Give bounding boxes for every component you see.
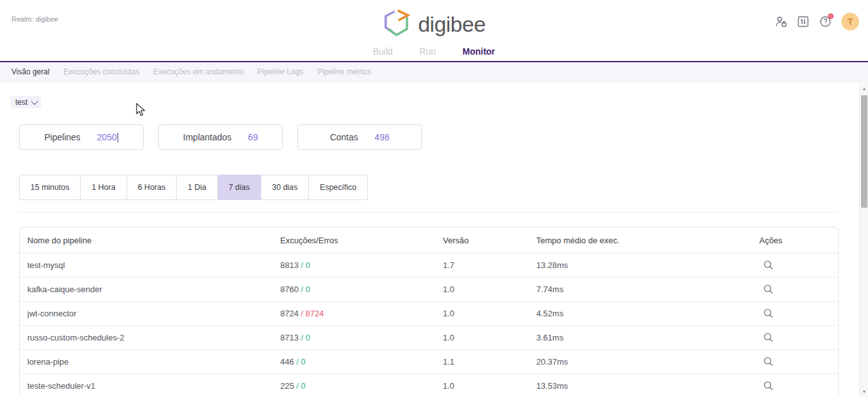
pipeline-name: russo-custom-schedules-2 — [27, 333, 280, 342]
summary-cards: Pipelines 2050 Implantados 69 Contas 498 — [19, 124, 422, 150]
card-contas[interactable]: Contas 498 — [297, 124, 422, 150]
pipeline-name: teste-scheduler-v1 — [27, 381, 280, 391]
search-icon[interactable] — [761, 379, 776, 394]
section-divider — [19, 212, 839, 213]
pipeline-avg-time: 7.74ms — [536, 285, 759, 294]
col-header-versao: Versão — [443, 236, 536, 245]
main-nav: Build Run Monitor — [0, 46, 868, 57]
brand: digibee — [0, 8, 868, 40]
vertical-scrollbar[interactable]: ▲ ▼ — [859, 83, 868, 397]
pipeline-name: lorena-pipe — [27, 357, 280, 367]
col-header-acoes: Ações — [759, 236, 838, 245]
subnav-pipeline-logs[interactable]: Pipeline Logs — [257, 67, 303, 76]
col-header-execucoes: Excuções/Erros — [280, 236, 443, 245]
user-permissions-icon[interactable] — [775, 15, 787, 28]
pipeline-actions — [759, 330, 838, 346]
pipeline-actions — [759, 282, 838, 297]
pipeline-avg-time: 4.52ms — [536, 309, 759, 318]
filter-30-dias[interactable]: 30 dias — [261, 175, 309, 200]
monitor-subnav: Visão geral Execuções concluídas Execuçõ… — [0, 62, 868, 82]
pipeline-version: 1.0 — [443, 309, 536, 318]
pipeline-avg-time: 13.53ms — [536, 381, 759, 391]
card-contas-label: Contas — [330, 132, 358, 142]
pipeline-executions: 446 / 0 — [280, 357, 443, 367]
card-implantados[interactable]: Implantados 69 — [158, 124, 283, 150]
table-row[interactable]: jwt-connector 8724 / 8724 1.0 4.52ms — [20, 302, 838, 326]
pipeline-avg-time: 20.37ms — [536, 357, 759, 367]
tab-monitor[interactable]: Monitor — [463, 46, 495, 57]
pipeline-name: kafka-caique-sender — [27, 285, 280, 294]
pipeline-actions — [759, 258, 838, 273]
subnav-execucoes-em-andamento[interactable]: Execuções em andamento — [153, 67, 243, 76]
subnav-visao-geral[interactable]: Visão geral — [11, 67, 50, 76]
filter-7-dias[interactable]: 7 dias — [218, 175, 261, 200]
table-row[interactable]: russo-custom-schedules-2 8713 / 0 1.0 3.… — [20, 326, 838, 350]
scrollbar-down-arrow[interactable]: ▼ — [860, 387, 868, 396]
subnav-pipeline-metrics[interactable]: Pipeline metrics — [317, 67, 371, 76]
tab-run[interactable]: Run — [419, 46, 436, 57]
pipeline-executions: 225 / 0 — [280, 381, 443, 391]
digibee-monitor-page: Realm: digibee digibee Build Run Monitor — [0, 0, 868, 397]
search-icon[interactable] — [761, 306, 776, 321]
header-actions: T — [775, 13, 859, 30]
card-contas-value: 498 — [375, 132, 390, 142]
pipeline-executions: 8760 / 0 — [280, 285, 443, 294]
user-avatar[interactable]: T — [841, 13, 859, 30]
table-header-row: Nome do pipeline Excuções/Erros Versão T… — [20, 227, 838, 253]
table-row[interactable]: lorena-pipe 446 / 0 1.1 20.37ms — [20, 350, 838, 374]
chevron-down-icon — [31, 97, 38, 104]
tab-build[interactable]: Build — [373, 46, 393, 57]
pipeline-version: 1.7 — [443, 260, 536, 270]
pipelines-table: Nome do pipeline Excuções/Erros Versão T… — [19, 227, 839, 397]
pipeline-actions — [759, 306, 838, 321]
table-row[interactable]: kafka-caique-sender 8760 / 0 1.0 7.74ms — [20, 278, 838, 302]
scrollbar-thumb[interactable] — [861, 95, 867, 208]
card-implantados-label: Implantados — [183, 132, 231, 142]
mouse-cursor — [136, 103, 146, 119]
filter-1-hora[interactable]: 1 Hora — [81, 175, 127, 200]
environment-selector-value: test — [15, 98, 27, 107]
card-implantados-value: 69 — [248, 132, 258, 142]
card-pipelines-value: 2050 — [97, 132, 117, 142]
card-pipelines[interactable]: Pipelines 2050 — [19, 124, 144, 150]
table-row[interactable]: teste-scheduler-v1 225 / 0 1.0 13.53ms — [20, 374, 838, 397]
pipeline-version: 1.0 — [443, 285, 536, 294]
pipeline-version: 1.0 — [443, 333, 536, 342]
pipeline-avg-time: 3.61ms — [536, 333, 759, 342]
text-caret — [118, 133, 119, 142]
pipeline-version: 1.0 — [443, 381, 536, 391]
pipeline-executions: 8813 / 0 — [280, 260, 443, 270]
search-icon[interactable] — [761, 282, 776, 297]
filter-1-dia[interactable]: 1 Dia — [177, 175, 217, 200]
digibee-logo-icon — [383, 8, 410, 40]
table-row[interactable]: test-mysql 8813 / 0 1.7 13.28ms — [20, 253, 838, 278]
col-header-tempo: Tempo médio de exec. — [536, 236, 759, 245]
pipeline-actions — [759, 379, 838, 394]
filter-15-minutos[interactable]: 15 minutos — [19, 175, 81, 200]
environment-selector[interactable]: test — [10, 96, 41, 108]
pipeline-name: jwt-connector — [27, 309, 280, 318]
header: Realm: digibee digibee Build Run Monitor — [0, 0, 868, 62]
filter-especifico[interactable]: Específico — [309, 175, 368, 200]
time-range-filter: 15 minutos 1 Hora 6 Horas 1 Dia 7 dias 3… — [19, 175, 368, 200]
search-icon[interactable] — [761, 258, 776, 273]
card-pipelines-label: Pipelines — [44, 132, 81, 142]
search-icon[interactable] — [761, 354, 776, 370]
help-icon[interactable] — [819, 15, 832, 28]
filter-6-horas[interactable]: 6 Horas — [127, 175, 177, 200]
pipeline-executions: 8724 / 8724 — [280, 309, 443, 318]
notification-dot — [828, 13, 834, 19]
pipeline-executions: 8713 / 0 — [280, 333, 443, 342]
pipeline-version: 1.1 — [443, 357, 536, 367]
col-header-nome: Nome do pipeline — [27, 236, 280, 245]
scrollbar-up-arrow[interactable]: ▲ — [860, 84, 868, 93]
widgets-icon[interactable] — [797, 15, 810, 28]
brand-wordmark: digibee — [418, 12, 485, 37]
pipeline-actions — [759, 354, 838, 370]
pipeline-name: test-mysql — [27, 260, 280, 270]
search-icon[interactable] — [761, 330, 776, 346]
pipeline-avg-time: 13.28ms — [536, 260, 759, 270]
subnav-execucoes-concluidas[interactable]: Execuções concluídas — [64, 67, 139, 76]
